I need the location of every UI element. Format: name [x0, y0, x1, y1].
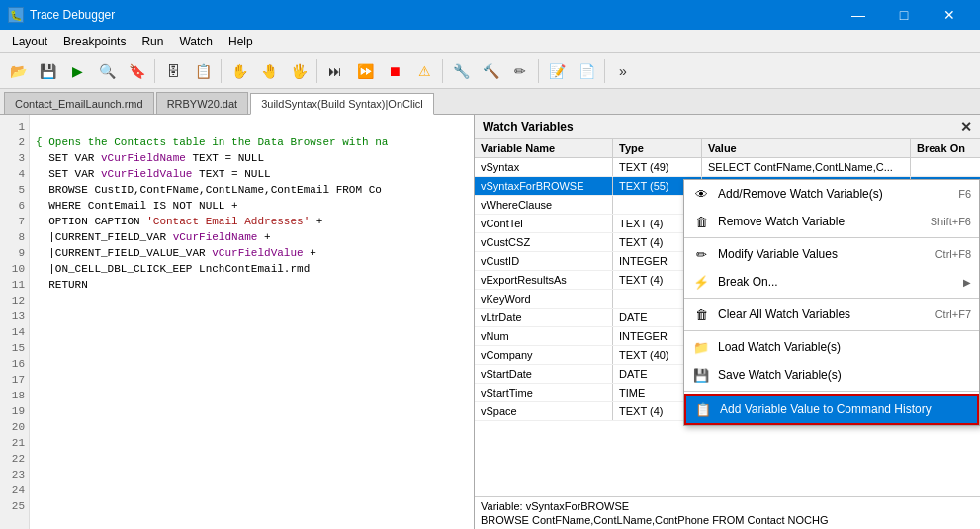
tb-warn[interactable]: ⚠	[410, 57, 438, 85]
ctx-history-icon: 📋	[694, 400, 712, 418]
tab-bar: Contact_EmailLaunch.rmd RRBYW20.dat 3uil…	[0, 89, 980, 115]
context-menu: 👁 Add/Remove Watch Variable(s) F6 🗑 Remo…	[683, 179, 980, 426]
cell-varname: vContTel	[475, 215, 613, 232]
line-numbers: 12345 678910 1112131415 1617181920 21222…	[0, 115, 30, 529]
tb-list[interactable]: 📝	[543, 57, 571, 85]
ctx-modify-values[interactable]: ✏ Modify Variable Values Ctrl+F8	[684, 240, 979, 268]
tb-save[interactable]: 💾	[34, 57, 61, 85]
tb-bookmark[interactable]: 🔖	[123, 57, 150, 85]
toolbar-sep-6	[604, 59, 605, 83]
watch-table: Variable Name Type Value Break On vSynta…	[475, 139, 980, 496]
tb-hand2[interactable]: 🤚	[255, 57, 283, 85]
menu-watch[interactable]: Watch	[171, 31, 221, 52]
app-icon: 🐛	[8, 7, 24, 23]
menu-run[interactable]: Run	[134, 31, 171, 52]
cell-value: SELECT ContFName,ContLName,C...	[702, 158, 911, 176]
ctx-load-watch[interactable]: 📁 Load Watch Variable(s)	[684, 333, 979, 361]
cell-varname: vCompany	[475, 346, 613, 364]
tb-step[interactable]: ⏭	[321, 57, 349, 85]
code-editor: 12345 678910 1112131415 1617181920 21222…	[0, 115, 475, 529]
menu-bar: Layout Breakpoints Run Watch Help	[0, 30, 980, 53]
col-header-type: Type	[613, 139, 702, 157]
tb-filter[interactable]: 🔧	[447, 57, 475, 85]
tb-run[interactable]: ▶	[63, 57, 91, 85]
ctx-add-remove-watch[interactable]: 👁 Add/Remove Watch Variable(s) F6	[684, 180, 979, 208]
cell-varname: vSyntaxForBROWSE	[475, 177, 613, 195]
tb-table[interactable]: 📋	[189, 57, 217, 85]
ctx-breakon-icon: ⚡	[692, 273, 710, 291]
tab-contact-email[interactable]: Contact_EmailLaunch.rmd	[4, 92, 154, 114]
tb-search[interactable]: 🔍	[93, 57, 121, 85]
tb-db[interactable]: 🗄	[159, 57, 187, 85]
cell-varname: vCustID	[475, 252, 613, 270]
ctx-break-on[interactable]: ⚡ Break On... ▶	[684, 268, 979, 296]
cell-varname: vWhereClause	[475, 196, 613, 214]
ctx-remove-watch[interactable]: 🗑 Remove Watch Variable Shift+F6	[684, 208, 979, 235]
ctx-remove-label: Remove Watch Variable	[718, 215, 923, 228]
tb-stop[interactable]: ⏹	[381, 57, 408, 85]
cell-varname: vNum	[475, 327, 613, 345]
tb-open[interactable]: 📂	[4, 57, 32, 85]
cell-varname: vLtrDate	[475, 309, 613, 326]
tb-more[interactable]: »	[609, 57, 637, 85]
tab-build-syntax[interactable]: 3uildSyntax(Build Syntax)|OnClicl	[250, 93, 434, 115]
ctx-modify-icon: ✏	[692, 245, 710, 263]
col-header-breakon: Break On	[911, 139, 980, 157]
watch-row-vsyntax[interactable]: vSyntax TEXT (49) SELECT ContFName,ContL…	[475, 158, 980, 177]
cell-breakon	[911, 158, 980, 176]
ctx-clearall-label: Clear All Watch Variables	[718, 308, 928, 321]
ctx-history-label: Add Variable Value to Command History	[720, 402, 961, 416]
minimize-button[interactable]: —	[836, 0, 881, 30]
toolbar: 📂 💾 ▶ 🔍 🔖 🗄 📋 ✋ 🤚 🖐 ⏭ ⏩ ⏹ ⚠ 🔧 🔨 ✏ 📝 📄 »	[0, 53, 980, 89]
watch-status: Variable: vSyntaxForBROWSE BROWSE ContFN…	[475, 496, 980, 529]
toolbar-sep-3	[316, 59, 317, 83]
watch-panel: Watch Variables ✕ Variable Name Type Val…	[475, 115, 980, 529]
ctx-save-icon: 💾	[692, 366, 710, 384]
cell-varname: vSyntax	[475, 158, 613, 176]
ctx-remove-shortcut: Shift+F6	[931, 216, 971, 227]
toolbar-sep-1	[154, 59, 155, 83]
ctx-breakon-label: Break On...	[718, 275, 947, 289]
ctx-add-remove-shortcut: F6	[958, 188, 971, 200]
ctx-sep-4	[684, 391, 979, 392]
ctx-modify-shortcut: Ctrl+F8	[935, 248, 971, 260]
ctx-breakon-arrow: ▶	[963, 277, 971, 288]
ctx-clearall-shortcut: Ctrl+F7	[935, 309, 971, 320]
watch-status-variable: Variable: vSyntaxForBROWSE	[481, 500, 974, 512]
close-button[interactable]: ✕	[927, 0, 972, 30]
ctx-save-watch[interactable]: 💾 Save Watch Variable(s)	[684, 361, 979, 389]
watch-title: Watch Variables	[483, 120, 574, 133]
ctx-sep-2	[684, 298, 979, 299]
tb-hand3[interactable]: 🖐	[285, 57, 312, 85]
tb-edit[interactable]: ✏	[506, 57, 534, 85]
maximize-button[interactable]: □	[881, 0, 927, 30]
toolbar-sep-2	[221, 59, 222, 83]
ctx-clear-all[interactable]: 🗑 Clear All Watch Variables Ctrl+F7	[684, 301, 979, 328]
tb-hand1[interactable]: ✋	[225, 57, 253, 85]
cell-varname: vSpace	[475, 402, 613, 420]
ctx-remove-icon: 🗑	[692, 213, 710, 230]
menu-layout[interactable]: Layout	[4, 31, 55, 52]
tab-rrbyw[interactable]: RRBYW20.dat	[156, 92, 249, 114]
tb-filter2[interactable]: 🔨	[477, 57, 504, 85]
watch-header: Watch Variables ✕	[475, 115, 980, 139]
watch-status-value: BROWSE ContFName,ContLName,ContPhone FRO…	[481, 514, 974, 526]
ctx-load-label: Load Watch Variable(s)	[718, 340, 963, 354]
toolbar-sep-4	[442, 59, 443, 83]
ctx-clearall-icon: 🗑	[692, 306, 710, 323]
tb-step2[interactable]: ⏩	[351, 57, 379, 85]
menu-help[interactable]: Help	[221, 31, 261, 52]
toolbar-sep-5	[538, 59, 539, 83]
ctx-sep-3	[684, 330, 979, 331]
ctx-sep-1	[684, 237, 979, 238]
watch-table-header: Variable Name Type Value Break On	[475, 139, 980, 158]
code-content[interactable]: { Opens the Contacts table in the Data B…	[30, 115, 474, 529]
watch-close-button[interactable]: ✕	[960, 119, 972, 134]
tb-list2[interactable]: 📄	[573, 57, 600, 85]
ctx-add-remove-icon: 👁	[692, 185, 710, 203]
ctx-add-to-history[interactable]: 📋 Add Variable Value to Command History	[684, 394, 979, 425]
col-header-varname: Variable Name	[475, 139, 613, 157]
menu-breakpoints[interactable]: Breakpoints	[55, 31, 134, 52]
ctx-add-remove-label: Add/Remove Watch Variable(s)	[718, 187, 950, 201]
ctx-load-icon: 📁	[692, 338, 710, 356]
